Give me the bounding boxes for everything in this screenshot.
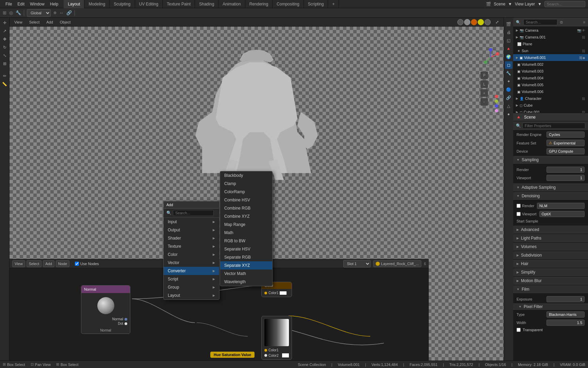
camera-action-icon[interactable]: 📷: [577, 29, 581, 32]
props-search[interactable]: [522, 123, 585, 129]
use-nodes-checkbox[interactable]: [75, 262, 79, 266]
render-samples-value[interactable]: 1: [546, 167, 585, 173]
device-value[interactable]: GPU Compute: [546, 148, 585, 154]
tab-compositing[interactable]: Compositing: [273, 0, 304, 8]
ne-node-btn[interactable]: Node: [56, 260, 69, 267]
volume8001-link[interactable]: ⛓: [579, 56, 583, 60]
wireframe-btn[interactable]: [457, 19, 463, 25]
denoising-toggle[interactable]: ▼ Denoising: [513, 192, 588, 200]
zoom-in[interactable]: +: [480, 89, 488, 97]
vp-select-menu[interactable]: Select: [27, 19, 42, 25]
exposure-value[interactable]: 1: [546, 296, 585, 302]
rgb-to-bw-item[interactable]: RGB to BW: [220, 237, 272, 245]
outliner-item-volume8006[interactable]: ▣ Volume8.006: [513, 88, 588, 95]
annotate-tool[interactable]: ✏: [1, 72, 9, 80]
render-denoise-method[interactable]: NLM: [537, 203, 585, 209]
outliner-item-plane[interactable]: ⬜ Plane: [513, 41, 588, 47]
outliner-item-volume8005[interactable]: ▣ Volume8.005: [513, 81, 588, 88]
transform-select[interactable]: Global Local Normal: [27, 9, 51, 17]
vp-add-menu[interactable]: Add: [44, 19, 55, 25]
map-range-item[interactable]: Map Range: [220, 220, 272, 229]
help-menu[interactable]: Help: [47, 0, 61, 8]
script-menu-item[interactable]: Script: [164, 275, 219, 283]
outliner-item-volume8002[interactable]: ▣ Volume8.002: [513, 61, 588, 68]
color1-swatch[interactable]: [280, 291, 287, 295]
select-tool[interactable]: ↗: [1, 27, 9, 35]
feature-set-value[interactable]: ⚠ Experimental: [546, 140, 585, 146]
viewport-samples-value[interactable]: 1: [546, 175, 585, 181]
props-modifier-tab[interactable]: 🔧: [505, 70, 512, 77]
axis-gizmo[interactable]: [480, 47, 501, 67]
sampling-section-toggle[interactable]: ▼ Sampling: [513, 156, 588, 164]
adaptive-sampling-toggle[interactable]: ▼ Adaptive Sampling: [513, 183, 588, 192]
vp-view-menu[interactable]: View: [12, 19, 24, 25]
cube001-link[interactable]: ⛓: [582, 110, 585, 113]
scene-dropdown-icon[interactable]: ▼: [508, 2, 512, 6]
window-menu[interactable]: Window: [27, 0, 47, 8]
hair-toggle[interactable]: ▶ Hair: [513, 260, 588, 268]
overlay-btn[interactable]: [485, 19, 491, 25]
subdivision-toggle[interactable]: ▶ Subdivision: [513, 251, 588, 260]
pixel-filter-toggle[interactable]: ▼ Pixel Filter: [513, 303, 588, 310]
sun-link[interactable]: ⛓: [582, 49, 585, 53]
transparent-checkbox[interactable]: [517, 328, 521, 332]
outliner-item-sun[interactable]: ☀ Sun ⛓: [513, 47, 588, 54]
motion-blur-toggle[interactable]: ▶ Motion Blur: [513, 277, 588, 285]
outliner-item-cube[interactable]: ▶ ◻ Cube: [513, 102, 588, 109]
scale-tool[interactable]: ⤡: [1, 52, 9, 59]
volume8001-eye[interactable]: ◈: [583, 56, 585, 60]
tab-add[interactable]: +: [328, 0, 339, 8]
props-object-tab[interactable]: ◻: [505, 61, 512, 69]
vector-math-item[interactable]: Vector Math: [220, 270, 272, 278]
color-menu-item[interactable]: Color: [164, 250, 219, 259]
props-particles-tab[interactable]: ✦: [505, 78, 512, 85]
normal-socket[interactable]: [125, 318, 127, 321]
layout-menu-item[interactable]: Layout: [164, 291, 219, 300]
dot-socket[interactable]: [125, 322, 127, 325]
fullscreen-btn[interactable]: ⤢: [493, 18, 501, 26]
file-menu[interactable]: File: [3, 0, 15, 8]
math-item[interactable]: Math: [220, 229, 272, 237]
combine-rgb-item[interactable]: Combine RGB: [220, 204, 272, 212]
slot-select[interactable]: Slot 1: [343, 260, 371, 267]
render-denoise-checkbox[interactable]: [517, 204, 521, 208]
outliner-item-camera[interactable]: ▶ 📷 Camera 📷 👁: [513, 27, 588, 34]
light-paths-toggle[interactable]: ▶ Light Paths: [513, 234, 588, 243]
render-engine-value[interactable]: Cycles: [546, 132, 585, 138]
converter-menu-item[interactable]: Converter: [164, 267, 219, 275]
ne-add-btn[interactable]: Add: [43, 260, 54, 267]
outliner-item-camera001[interactable]: ▶ 📷 Camera.001 ⛓: [513, 34, 588, 41]
separate-xyz-item[interactable]: Separate XYZ: [220, 261, 272, 270]
output-menu-item[interactable]: Output: [164, 226, 219, 234]
separate-rgb-item[interactable]: Separate RGB: [220, 253, 272, 261]
outliner-item-volume8004[interactable]: ▣ Volume8.004: [513, 75, 588, 81]
combine-hsv-item[interactable]: Combine HSV: [220, 196, 272, 204]
material-selector[interactable]: Layered_Rock_Cliff_...: [373, 260, 421, 267]
cursor-tool[interactable]: ✛: [1, 19, 9, 27]
tab-uv-editing[interactable]: UV Editing: [135, 0, 163, 8]
color2-out-socket[interactable]: [264, 354, 267, 357]
lookdev-btn[interactable]: [471, 19, 477, 25]
camera-vis-icon[interactable]: 👁: [582, 29, 585, 32]
perspective-toggle[interactable]: P: [480, 72, 488, 79]
tab-layout[interactable]: Layout: [64, 0, 84, 8]
width-value[interactable]: 1.5: [546, 320, 585, 326]
outliner-item-cube001[interactable]: ▶ ◻ Cube.001 ⛓: [513, 109, 588, 113]
tab-modeling[interactable]: Modeling: [84, 0, 110, 8]
normal-node[interactable]: Normal Normal Dot Normal: [81, 285, 130, 334]
tab-scripting[interactable]: Scripting: [304, 0, 328, 8]
clamp-item[interactable]: Clamp: [220, 180, 272, 188]
props-material-tab[interactable]: ●: [505, 110, 512, 118]
blackbody-item[interactable]: Blackbody: [220, 171, 272, 180]
advanced-toggle[interactable]: ▶ Advanced: [513, 226, 588, 234]
props-output-tab[interactable]: 🖨: [505, 29, 512, 36]
props-scene-tab[interactable]: 🔺: [505, 45, 512, 52]
search-field[interactable]: [173, 210, 214, 216]
edit-menu[interactable]: Edit: [15, 0, 27, 8]
tab-animation[interactable]: Animation: [218, 0, 245, 8]
viewport-denoise-checkbox[interactable]: [517, 212, 521, 216]
tab-sculpting[interactable]: Sculpting: [110, 0, 135, 8]
outliner-item-volume8003[interactable]: ▣ Volume8.003: [513, 68, 588, 75]
colorramp-item[interactable]: ColorRamp: [220, 188, 272, 196]
props-constraints-tab[interactable]: 🔗: [505, 94, 512, 102]
